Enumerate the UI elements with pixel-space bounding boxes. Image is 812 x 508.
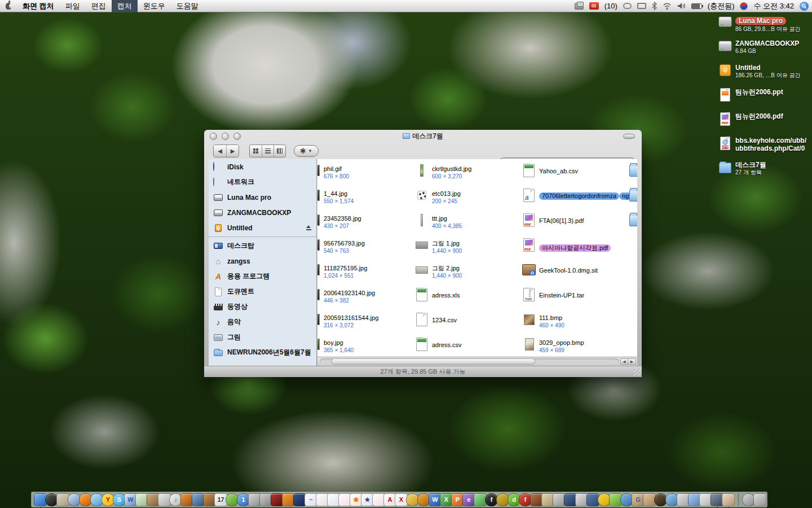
scroll-right-arrow[interactable]: ▶ [628,358,636,365]
wifi-icon[interactable] [663,1,672,11]
desktop-icon-1[interactable]: Luna Mac pro86 GB, 29.8…B 여유 공간 [717,15,811,39]
file-item[interactable]: 1118275195.jpg1,024 × 551 [317,262,419,287]
sidebar-item-데스크탑[interactable]: 데스크탑 [209,238,316,253]
horizontal-scrollbar[interactable]: ◀ ▶ [317,357,637,366]
file-item[interactable]: 2005913161544.jpg316 × 3,072 [317,312,419,336]
toolbar-toggle-button[interactable] [623,134,635,139]
sidebar-item-응용-프로그램[interactable]: A응용 프로그램 [209,269,316,284]
file-dimensions: 1,024 × 551 [324,272,367,279]
eject-icon[interactable] [306,225,312,230]
sidebar-item-도큐멘트[interactable]: 도큐멘트 [209,284,316,299]
resize-grip[interactable] [633,369,641,376]
desktop-icon-6[interactable]: @HTTPbbs.keyhole.com/ubb/ubbthreads.php/… [717,136,811,160]
sidebar-item-untitled[interactable]: Untitled [209,220,316,235]
column-view-button[interactable] [273,145,285,157]
thumbnail-icon [414,163,429,178]
folder-item[interactable] [629,212,637,237]
file-item[interactable]: FTA(06[1].3).pdf [522,212,634,237]
sidebar-item-luna-mac-pro[interactable]: Luna Mac pro [209,190,316,205]
spotlight-icon[interactable] [800,2,809,11]
displays-menu-icon[interactable] [637,1,646,11]
apple-menu[interactable] [0,0,17,12]
dock-item-photo-app[interactable] [722,493,735,506]
dock-glyph: d [512,497,516,503]
sidebar-item-네트워크[interactable]: 네트워크 [209,174,316,190]
file-item[interactable]: ckrtlgustkd.jpg600 × 3,270 [414,163,527,187]
ichat-menu-icon[interactable] [623,1,632,11]
desktop-icon-labels: 팀뉴런2006.ppt [735,87,783,96]
file-item[interactable]: adress.csv [414,336,527,357]
file-item[interactable]: 아시아나항공시각표.pdf [522,237,634,262]
file-item[interactable]: ttt.jpg400 × 4,385 [414,212,527,237]
file-dimensions: 460 × 490 [539,322,564,329]
file-item[interactable]: 3029_opop.bmp459 × 689 [522,336,634,357]
menu-item-5[interactable]: 윈도우 [138,0,171,12]
battery-icon[interactable] [691,1,702,11]
file-label: 200641923140.jpg446 × 382 [324,290,375,304]
folder-item[interactable] [629,187,637,212]
file-item[interactable]: 111.bmp460 × 490 [522,312,634,336]
pics-icon [213,333,223,342]
menu-item-6[interactable]: 도움말 [171,0,204,12]
grab-menu-icon[interactable] [575,1,584,11]
desktop-icon-7[interactable]: 데스크7월27 개 항목 [717,160,811,185]
korean-input-icon[interactable] [740,1,748,11]
desktop-icon-label: Untitled [735,64,801,72]
file-item[interactable]: 70706lettertogordonfromzang.doc [522,187,634,212]
icon-view-button[interactable] [250,145,262,157]
dock-glyph: G [636,497,641,503]
back-button[interactable]: ◀ [214,145,226,157]
dock-glyph: ★ [365,497,370,503]
file-item[interactable]: boy.jpg365 × 1,640 [317,336,419,357]
file-name: ttt.jpg [432,215,462,222]
sidebar-item-label: zangss [227,257,250,265]
file-item[interactable]: phil.gif676 × 800 [317,163,419,187]
sidebar-item-zangss[interactable]: ⌂zangss [209,253,316,269]
file-item[interactable]: Einstein-UP1.tar [522,287,634,312]
dock-glyph: W [127,497,133,503]
file-item[interactable]: 그림 1.jpg1,440 × 900 [414,237,527,262]
title-bar[interactable]: 데스크7월 [204,130,642,142]
sidebar-item-음악[interactable]: ♪음악 [209,314,316,330]
sidebar-item-idisk[interactable]: iDisk [209,159,316,174]
file-item[interactable]: 1234.csv [414,312,527,336]
file-name: Yahoo_ab.csv [539,168,578,175]
file-item[interactable]: 그림 2.jpg1,440 × 900 [414,262,527,287]
dock-item-trash[interactable] [753,493,766,506]
scroll-left-arrow[interactable]: ◀ [620,358,628,365]
menu-item-3[interactable]: 편집 [86,0,112,12]
forward-button[interactable]: ▶ [226,145,239,157]
file-item[interactable]: 23452358.jpg430 × 207 [317,212,419,237]
bluetooth-icon[interactable] [652,1,657,11]
sidebar-item-그림[interactable]: 그림 [209,330,316,345]
column-view-icon [277,148,283,154]
volume-icon[interactable] [677,1,686,11]
menu-item-2[interactable]: 파일 [60,0,86,12]
file-item[interactable]: 956756793.jpg540 × 763 [317,237,419,262]
desktop-icon-2[interactable]: ZANGMACBOOKXP6.84 GB [717,39,811,63]
folder-item[interactable] [629,163,637,187]
file-item[interactable]: Yahoo_ab.csv [522,163,634,187]
desktop-icon-4[interactable]: 팀뉴런2006.ppt [717,87,811,112]
sidebar-item-zangmacbookxp[interactable]: ZANGMACBOOKXP [209,205,316,220]
scroll-thumb[interactable] [331,358,535,365]
file-item[interactable]: adress.xls [414,287,527,312]
file-browser-area[interactable]: phil.gif676 × 8001_44.jpg550 × 1,5742345… [317,159,637,357]
sidebar-item-newrun2006년5월6월7월[interactable]: NEWRUN2006년5월6월7월 [209,345,316,360]
desktop-icon-3[interactable]: Untitled186.26 GB, …B 여유 공간 [717,63,811,87]
file-name: boy.jpg [324,339,354,347]
menu-item-4[interactable]: 캡처 [112,0,138,12]
scroll-track[interactable] [320,358,619,365]
desktop-icon-5[interactable]: PDF팀뉴런2006.pdf [717,112,811,136]
action-button[interactable]: ✱▼ [294,145,319,157]
menu-item-1[interactable]: 화면 캡처 [17,0,60,12]
dock-glyph: e [467,497,470,503]
file-item[interactable]: 1_44.jpg550 × 1,574 [317,187,419,212]
mail-icon[interactable]: ✉ [589,1,599,11]
sidebar-item-동영상[interactable]: 동영상 [209,299,316,314]
file-item[interactable]: 200641923140.jpg446 × 382 [317,287,419,312]
file-item[interactable]: etc013.jpg200 × 245 [414,187,527,212]
list-view-button[interactable] [262,145,273,157]
status-text: 27개 항목, 29.85 GB 사용 가능 [381,367,466,376]
file-item[interactable]: GeekTool-1.0.dmg.sit [522,262,634,287]
